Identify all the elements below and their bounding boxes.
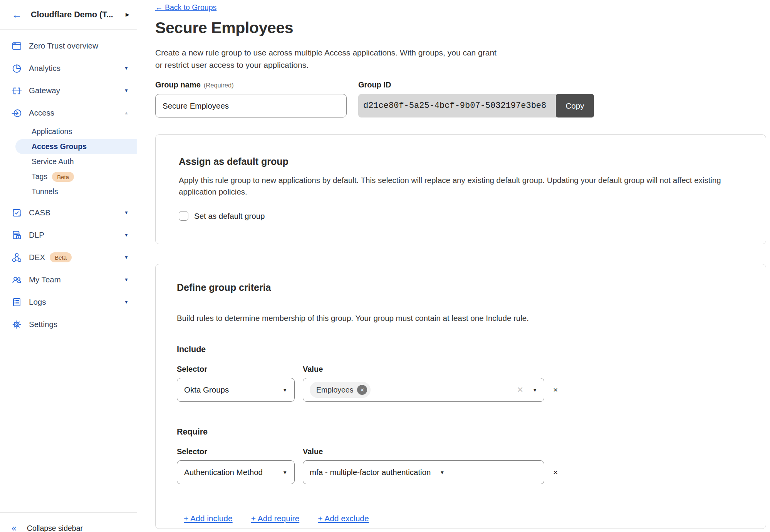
casb-icon <box>12 208 22 218</box>
required-hint: (Required) <box>204 82 234 89</box>
include-value-multiselect[interactable]: Employees ✕ ✕ ▼ <box>303 378 544 402</box>
criteria-card-title: Define group criteria <box>177 282 743 293</box>
sidebar-item-casb[interactable]: CASB ▼ <box>0 201 137 224</box>
sidebar-item-my-team[interactable]: My Team ▼ <box>0 269 137 291</box>
set-default-group-option[interactable]: Set as default group <box>179 211 743 221</box>
chevron-down-icon: ▼ <box>124 277 129 282</box>
page-title: Secure Employees <box>155 19 770 37</box>
collapse-sidebar-button[interactable]: « Collapse sidebar <box>0 512 137 532</box>
sidebar-item-tags[interactable]: Tags Beta <box>0 169 137 184</box>
sidebar-item-service-auth[interactable]: Service Auth <box>0 154 137 169</box>
value-chip: Employees ✕ <box>310 382 371 398</box>
default-card-description-line1: Apply this rule group to new application… <box>179 175 743 186</box>
gateway-icon <box>12 86 22 96</box>
remove-require-rule-icon[interactable]: × <box>553 468 558 477</box>
require-value-label: Value <box>303 447 323 456</box>
collapse-sidebar-label: Collapse sidebar <box>27 524 83 532</box>
value-chip-label: Employees <box>316 386 353 394</box>
group-id-field-group: Group ID d21ce80f-5a25-4bcf-9b07-5032197… <box>358 81 594 117</box>
sidebar-item-label: Zero Trust overview <box>29 41 98 50</box>
default-card-title: Assign as default group <box>179 156 743 167</box>
group-name-input[interactable] <box>155 94 347 117</box>
page-description: Create a new rule group to use across mu… <box>155 47 770 71</box>
page-description-line1: Create a new rule group to use across mu… <box>155 47 770 59</box>
sidebar-item-dlp[interactable]: DLP ▼ <box>0 224 137 246</box>
main-content: ← Back to Groups Secure Employees Create… <box>138 0 770 532</box>
include-rule-row: Okta Groups ▼ Employees ✕ ✕ ▼ × <box>177 378 743 402</box>
add-exclude-link[interactable]: + Add exclude <box>318 514 369 523</box>
group-id-value: d21ce80f-5a25-4bcf-9b07-5032197e3be8 <box>358 94 557 117</box>
sidebar-item-logs[interactable]: Logs ▼ <box>0 291 137 313</box>
team-people-icon <box>12 275 22 285</box>
access-submenu: Applications Access Groups Service Auth … <box>0 124 137 201</box>
default-card-description-line2: application policies. <box>179 186 743 198</box>
beta-badge: Beta <box>50 252 72 262</box>
sidebar-header: ← Cloudflare Demo (T... ▶ <box>0 0 137 30</box>
sidebar-item-label: Analytics <box>29 64 60 73</box>
collapse-chevrons-icon: « <box>12 524 17 532</box>
add-rule-links: + Add include + Add require + Add exclud… <box>177 514 743 523</box>
copy-button[interactable]: Copy <box>556 94 594 117</box>
sidebar-item-label: My Team <box>29 275 61 284</box>
access-icon <box>12 108 22 118</box>
sidebar-subitem-label: Tags <box>32 172 47 181</box>
group-name-label: Group name <box>155 81 201 89</box>
set-default-group-checkbox[interactable] <box>179 211 188 221</box>
chevron-down-icon: ▼ <box>124 65 129 71</box>
caret-down-icon: ▼ <box>532 387 537 393</box>
chevron-down-icon: ▼ <box>124 255 129 260</box>
sidebar-item-label: Gateway <box>29 86 60 95</box>
require-selector-value: Authentication Method <box>184 468 263 477</box>
analytics-pie-icon <box>12 63 22 74</box>
sidebar-item-access-groups[interactable]: Access Groups <box>15 139 137 154</box>
sidebar-item-zero-trust-overview[interactable]: Zero Trust overview <box>0 35 137 57</box>
back-arrow-icon[interactable]: ← <box>12 10 22 20</box>
account-title: Cloudflare Demo (T... <box>31 10 113 20</box>
sidebar-subitem-label: Access Groups <box>32 142 87 151</box>
include-selector-value: Okta Groups <box>184 385 229 394</box>
dex-network-icon <box>12 252 22 263</box>
add-include-link[interactable]: + Add include <box>184 514 233 523</box>
sidebar-item-access[interactable]: Access ▲ <box>0 102 137 124</box>
clear-values-icon[interactable]: ✕ <box>517 385 524 394</box>
gear-icon <box>12 319 22 330</box>
chevron-down-icon: ▼ <box>124 232 129 238</box>
add-require-link[interactable]: + Add require <box>251 514 300 523</box>
sidebar-nav: Zero Trust overview Analytics ▼ Gateway … <box>0 30 137 336</box>
default-card-description: Apply this rule group to new application… <box>179 175 743 198</box>
group-id-label: Group ID <box>358 81 594 89</box>
sidebar-item-gateway[interactable]: Gateway ▼ <box>0 79 137 102</box>
include-value-label: Value <box>303 365 323 374</box>
sidebar-item-tunnels[interactable]: Tunnels <box>0 184 137 199</box>
include-selector-dropdown[interactable]: Okta Groups ▼ <box>177 378 295 402</box>
chip-remove-icon[interactable]: ✕ <box>357 385 367 395</box>
caret-down-icon: ▼ <box>282 470 287 475</box>
sidebar-subitem-label: Applications <box>32 127 72 136</box>
require-rule-row: Authentication Method ▼ mfa - multiple-f… <box>177 460 743 484</box>
back-to-groups-link[interactable]: ← Back to Groups <box>155 3 216 12</box>
require-value-dropdown[interactable]: mfa - multiple-factor authentication ▼ <box>303 460 544 484</box>
require-selector-dropdown[interactable]: Authentication Method ▼ <box>177 460 295 484</box>
sidebar-subitem-label: Service Auth <box>32 157 74 166</box>
expand-right-icon[interactable]: ▶ <box>126 12 129 17</box>
logs-list-icon <box>12 297 22 307</box>
criteria-card-description: Build rules to determine membership of t… <box>177 314 743 323</box>
assign-default-group-card: Assign as default group Apply this rule … <box>155 134 766 244</box>
require-value-text: mfa - multiple-factor authentication <box>310 468 431 477</box>
caret-down-icon: ▼ <box>282 387 287 393</box>
sidebar-item-label: CASB <box>29 208 50 217</box>
require-heading: Require <box>177 427 743 437</box>
sidebar-item-applications[interactable]: Applications <box>0 124 137 139</box>
sidebar-item-settings[interactable]: Settings <box>0 313 137 336</box>
sidebar-item-dex[interactable]: DEX Beta ▼ <box>0 246 137 269</box>
beta-badge: Beta <box>52 172 74 182</box>
define-group-criteria-card: Define group criteria Build rules to det… <box>155 264 766 529</box>
dlp-lock-document-icon <box>12 230 22 240</box>
remove-include-rule-icon[interactable]: × <box>553 385 558 394</box>
group-identity-row: Group name(Required) Group ID d21ce80f-5… <box>155 81 770 117</box>
sidebar-item-label: Logs <box>29 297 46 307</box>
include-selector-label: Selector <box>177 365 303 374</box>
chevron-down-icon: ▼ <box>124 210 129 215</box>
sidebar-item-analytics[interactable]: Analytics ▼ <box>0 57 137 79</box>
overview-icon <box>12 41 22 51</box>
